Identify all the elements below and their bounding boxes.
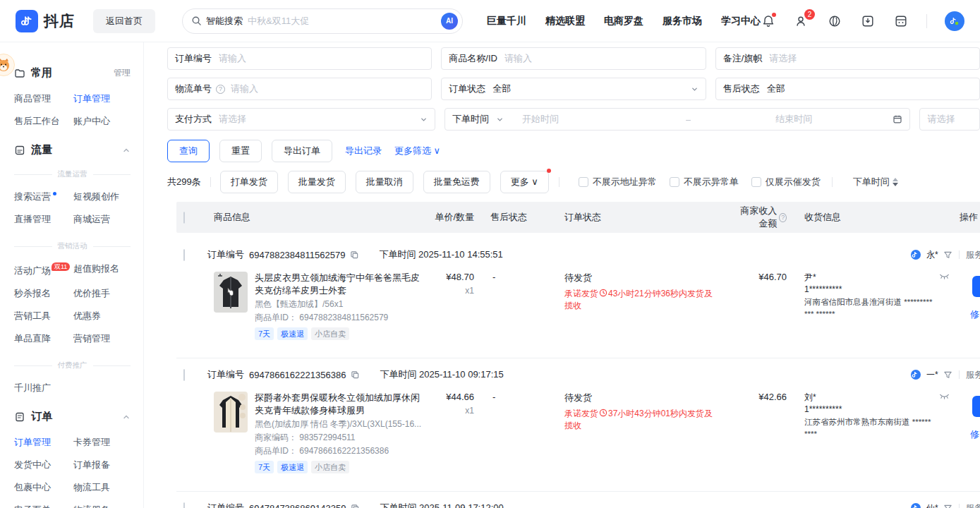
search-input[interactable]: 智能搜索 中秋&双11大促 AI: [182, 8, 463, 34]
app-logo[interactable]: 抖店: [16, 10, 75, 32]
sidebar-item-goods-manage[interactable]: 商品管理: [14, 92, 73, 105]
query-button[interactable]: 查询: [167, 140, 210, 162]
end-time-placeholder[interactable]: 结束时间: [775, 113, 812, 126]
sidebar-item-aftersale-workbench[interactable]: 售后工作台: [14, 115, 73, 128]
sidebar-item-qianchuan-promo[interactable]: 千川推广: [14, 382, 73, 394]
sidebar-item-coupon[interactable]: 优惠券: [73, 310, 131, 322]
sidebar-item-order-report[interactable]: 订单报备: [73, 459, 131, 471]
checkbox[interactable]: [751, 177, 761, 187]
filter-time-range[interactable]: 下单时间 开始时间 – 结束时间: [444, 108, 910, 131]
sidebar-item-card-coupon[interactable]: 卡券管理: [73, 436, 131, 449]
sidebar-item-ship-center[interactable]: 发货中心: [14, 459, 73, 471]
nav-learning-center[interactable]: 学习中心: [721, 15, 761, 28]
notification-dot: [772, 13, 776, 17]
reveal-eye-icon[interactable]: [939, 273, 950, 280]
product-image[interactable]: [214, 272, 248, 313]
filter-product-input[interactable]: 商品名称/ID 请输入: [441, 47, 706, 70]
sidebar-item-search-ops[interactable]: 搜索运营: [14, 190, 73, 203]
filter-extra-select[interactable]: 请选择: [919, 108, 980, 131]
reset-button[interactable]: 重置: [219, 140, 262, 162]
row-checkbox[interactable]: [183, 502, 185, 508]
export-orders-button[interactable]: 导出订单: [272, 140, 332, 162]
hide-address-abnormal-checkbox[interactable]: 不展示地址异常: [579, 176, 657, 188]
checkbox[interactable]: [579, 177, 588, 187]
batch-cancel-button[interactable]: 批量取消: [356, 171, 413, 193]
product-image[interactable]: [214, 392, 248, 433]
filter-order-no-input[interactable]: 订单编号 请输入: [167, 47, 432, 70]
filter-aftersale-status-select[interactable]: 售后状态 全部: [715, 78, 980, 100]
batch-free-shipping-button[interactable]: 批量免运费: [423, 171, 490, 193]
notification-bell-icon[interactable]: [761, 13, 776, 29]
modify-address-link[interactable]: 修改地址: [970, 308, 980, 321]
flag-funnel-icon[interactable]: [943, 250, 952, 260]
manage-link[interactable]: 管理: [114, 67, 131, 79]
chevron-down-icon[interactable]: [496, 116, 504, 123]
shop-apps-icon[interactable]: [893, 13, 909, 29]
collapse-chevron-icon[interactable]: [122, 413, 131, 421]
sidebar-item-live-manage[interactable]: 直播管理: [14, 213, 73, 226]
more-actions-button[interactable]: 更多 ∨: [500, 171, 549, 193]
sidebar-item-short-video[interactable]: 短视频创作: [73, 190, 131, 203]
account-avatar[interactable]: [945, 11, 964, 31]
sidebar-item-mall-ops[interactable]: 商城运营: [73, 213, 131, 226]
modify-address-link[interactable]: 修改地址: [970, 428, 980, 441]
sidebar-item-order-manage-2[interactable]: 订单管理: [14, 436, 73, 449]
sidebar-item-seckill[interactable]: 秒杀报名: [14, 287, 73, 300]
row-checkbox[interactable]: [183, 369, 185, 381]
flag-funnel-icon[interactable]: [943, 504, 952, 508]
sidebar-item-logistics-tools[interactable]: 物流工具: [73, 481, 131, 494]
product-title[interactable]: 头层皮衣男立领加绒海宁中年爸爸黑毛皮夹克仿绵羊皮男士外套: [255, 272, 428, 297]
copy-icon[interactable]: [351, 504, 360, 508]
batch-ship-button[interactable]: 批量发货: [288, 171, 346, 193]
ship-button[interactable]: [972, 276, 980, 297]
start-time-placeholder[interactable]: 开始时间: [522, 113, 559, 126]
customer-service-icon[interactable]: [827, 13, 842, 29]
select-all-checkbox[interactable]: [183, 212, 185, 224]
copy-icon[interactable]: [351, 370, 360, 380]
sidebar-item-marketing-manage[interactable]: 营销管理: [73, 332, 131, 345]
order-group: 订单编号 6947882384811562579 下单时间 2025-11-10…: [176, 239, 980, 351]
product-item-id: 商品单ID： 6947882384811562579: [255, 312, 428, 324]
sidebar-item-e-waybill[interactable]: 电子面单: [14, 504, 73, 508]
hide-abnormal-order-checkbox[interactable]: 不展示异常单: [670, 176, 739, 188]
checkbox[interactable]: [670, 177, 679, 187]
order-time: 2025-11-10 09:17:15: [419, 369, 504, 380]
ship-button[interactable]: [972, 396, 980, 417]
sidebar-item-activity-plaza[interactable]: 活动广场双11: [14, 262, 73, 277]
more-filters-link[interactable]: 更多筛选 ∨: [394, 145, 440, 157]
reveal-eye-icon[interactable]: [939, 393, 950, 400]
nav-luopan[interactable]: 电商罗盘: [604, 15, 643, 28]
ai-search-button[interactable]: AI: [441, 13, 458, 30]
sidebar-item-marketing-tools[interactable]: 营销工具: [14, 310, 73, 322]
print-ship-button[interactable]: 打单发货: [220, 171, 278, 193]
row-checkbox[interactable]: [183, 249, 185, 261]
sidebar-item-youjia[interactable]: 优价推手: [73, 287, 131, 300]
only-urged-checkbox[interactable]: 仅展示催发货: [751, 176, 821, 188]
sidebar-item-super-value[interactable]: 超值购报名: [73, 262, 131, 277]
sidebar-item-package-center[interactable]: 包裹中心: [14, 481, 73, 494]
income-help-icon[interactable]: ?: [779, 213, 787, 222]
copy-icon[interactable]: [350, 250, 359, 260]
order-status-value: 待发货: [564, 272, 715, 284]
recipient-address: 江苏省苏州市常熟市东南街道 **********: [804, 416, 934, 440]
sidebar-item-single-discount[interactable]: 单品直降: [14, 332, 73, 345]
filter-payment-select[interactable]: 支付方式 请选择: [167, 108, 435, 131]
filter-order-status-select[interactable]: 订单状态 全部: [441, 78, 706, 100]
sidebar-item-logistics-service[interactable]: 物流服务: [73, 504, 131, 508]
download-icon[interactable]: [860, 13, 876, 29]
collapse-chevron-icon[interactable]: [122, 146, 131, 155]
nav-service-market[interactable]: 服务市场: [663, 15, 702, 28]
sidebar-item-account-center[interactable]: 账户中心: [73, 115, 131, 128]
filter-tracking-input[interactable]: 物流单号 ? 请输入: [167, 78, 432, 100]
sort-by-order-time[interactable]: 下单时间: [853, 176, 898, 188]
filter-remark-select[interactable]: 备注/旗帜 请选择: [715, 47, 980, 70]
back-home-button[interactable]: 返回首页: [93, 9, 155, 33]
export-log-link[interactable]: 导出记录: [345, 145, 382, 157]
nav-qianchuan[interactable]: 巨量千川: [487, 15, 526, 28]
flag-funnel-icon[interactable]: [943, 370, 952, 380]
contacts-icon[interactable]: 2: [794, 13, 809, 29]
nav-jingxuan-lianmeng[interactable]: 精选联盟: [545, 15, 585, 28]
help-icon[interactable]: ?: [216, 85, 225, 94]
product-title[interactable]: 探爵者外套男保暖秋冬立领加绒加厚休闲夹克青年绒款修身棒球服男: [255, 392, 428, 417]
sidebar-item-order-manage[interactable]: 订单管理: [73, 92, 131, 105]
